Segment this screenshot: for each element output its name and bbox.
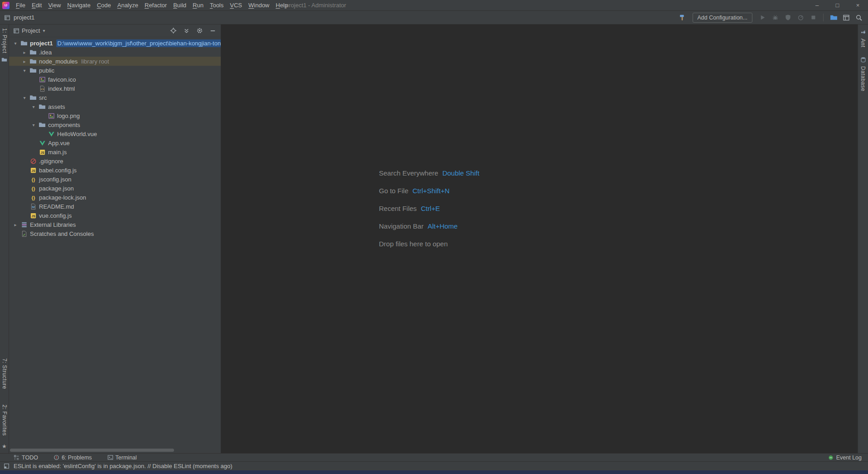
sidebar-tab-database[interactable]: Database: [860, 57, 866, 91]
tree-row-node-modules[interactable]: ▸node_moduleslibrary root: [9, 57, 221, 66]
vue-icon: [47, 131, 55, 137]
project-panel-header-icons: [170, 27, 216, 34]
tree-row-package-lock-json[interactable]: {}package-lock.json: [9, 193, 221, 202]
chevron-expanded-icon[interactable]: ▾: [20, 68, 29, 73]
menu-item-vcs[interactable]: VCS: [227, 0, 245, 10]
library-icon: [20, 221, 28, 228]
chevron-collapsed-icon[interactable]: ▸: [11, 222, 20, 227]
toolbar-project-name: project1: [14, 14, 34, 21]
menu-item-window[interactable]: Window: [245, 0, 272, 10]
sidebar-tab-1-project[interactable]: 1: Project: [1, 28, 8, 63]
favorites-star-icon[interactable]: ★: [2, 443, 7, 450]
project-view-selector[interactable]: Project: [22, 27, 40, 34]
locate-file-button[interactable]: [170, 27, 177, 34]
tree-row-vue-config-js[interactable]: JSvue.config.js: [9, 211, 221, 220]
title-bar: IJ FileEditViewNavigateCodeAnalyzeRefact…: [0, 0, 868, 11]
ignore-icon: [29, 158, 37, 165]
horizontal-scrollbar[interactable]: [10, 449, 174, 452]
tree-row-babel-config-js[interactable]: JSbabel.config.js: [9, 166, 221, 175]
menu-item-run[interactable]: Run: [189, 0, 207, 10]
collapse-all-button[interactable]: [183, 27, 190, 34]
menu-item-edit[interactable]: Edit: [29, 0, 45, 10]
toolwindow-tab-todo[interactable]: TODO: [14, 454, 38, 461]
main-toolbar: project1 Add Configuration...: [0, 11, 868, 24]
menu-item-build[interactable]: Build: [170, 0, 189, 10]
toolwindow-tab-6-problems[interactable]: 6: Problems: [53, 454, 92, 461]
profiler-button[interactable]: [796, 13, 805, 22]
tree-row-jsconfig-json[interactable]: {}jsconfig.json: [9, 175, 221, 184]
tree-row-index-html[interactable]: <>index.html: [9, 84, 221, 93]
tree-row-main-js[interactable]: JSmain.js: [9, 147, 221, 156]
folder-icon: [29, 94, 37, 101]
chevron-expanded-icon[interactable]: ▾: [29, 104, 38, 109]
shortcut-hint: Recent FilesCtrl+E: [379, 203, 480, 214]
stop-button[interactable]: [809, 13, 818, 22]
shortcut-action: Recent Files: [379, 205, 417, 212]
tree-item-label: HelloWorld.vue: [57, 131, 97, 137]
shortcut-hint: Go to FileCtrl+Shift+N: [379, 185, 480, 196]
tree-row-src[interactable]: ▾src: [9, 93, 221, 102]
hide-panel-button[interactable]: [209, 27, 216, 34]
shortcut-hint: Search EverywhereDouble Shift: [379, 167, 480, 178]
shortcut-keys: Alt+Home: [427, 222, 457, 230]
chevron-expanded-icon[interactable]: ▾: [29, 122, 38, 127]
editor-area[interactable]: Search EverywhereDouble ShiftGo to FileC…: [221, 24, 858, 453]
close-button[interactable]: ×: [848, 0, 868, 10]
tree-row-project1[interactable]: ▾project1D:\www\www_work\bjgm_jsf\other_…: [9, 39, 221, 48]
sidebar-tab-label: Ant: [860, 39, 866, 48]
image-icon: [38, 76, 46, 83]
sidebar-tab-label: 1: Project: [1, 28, 8, 54]
tree-row-scratches-and-consoles[interactable]: Scratches and Consoles: [9, 229, 221, 238]
js-icon: JS: [38, 149, 46, 156]
chevron-expanded-icon[interactable]: ▾: [11, 41, 20, 46]
chevron-collapsed-icon[interactable]: ▸: [20, 50, 29, 55]
tree-row-readme-md[interactable]: MREADME.md: [9, 202, 221, 211]
tree-row-public[interactable]: ▾public: [9, 66, 221, 75]
tree-row-gitignore[interactable]: .gitignore: [9, 156, 221, 166]
minimize-button[interactable]: –: [807, 0, 827, 10]
project-tree: ▾project1D:\www\www_work\bjgm_jsf\other_…: [9, 37, 221, 453]
tree-row-package-json[interactable]: {}package.json: [9, 184, 221, 193]
tree-row-favicon-ico[interactable]: favicon.ico: [9, 75, 221, 84]
sidebar-tab-7-structure[interactable]: 7: Structure: [1, 358, 8, 389]
menu-item-view[interactable]: View: [45, 0, 64, 10]
tree-row-helloworld-vue[interactable]: HelloWorld.vue: [9, 129, 221, 138]
event-log-tab[interactable]: Event Log: [828, 454, 862, 461]
menu-item-code[interactable]: Code: [94, 0, 114, 10]
tree-row-components[interactable]: ▾components: [9, 120, 221, 129]
tree-item-label: App.vue: [48, 140, 70, 147]
restore-layout-button[interactable]: [842, 13, 851, 22]
build-hammer-button[interactable]: [678, 13, 687, 22]
event-log-label: Event Log: [836, 454, 862, 461]
search-everywhere-button[interactable]: [854, 13, 863, 22]
tree-row-idea[interactable]: ▸.idea: [9, 48, 221, 57]
menu-item-tools[interactable]: Tools: [207, 0, 227, 10]
run-button[interactable]: [758, 13, 767, 22]
chevron-expanded-icon[interactable]: ▾: [20, 95, 29, 100]
tree-row-logo-png[interactable]: logo.png: [9, 111, 221, 120]
menu-item-refactor[interactable]: Refactor: [141, 0, 170, 10]
menu-item-analyze[interactable]: Analyze: [114, 0, 141, 10]
chevron-collapsed-icon[interactable]: ▸: [20, 59, 29, 64]
status-message[interactable]: ESLint is enabled: 'eslintConfig' is in …: [14, 463, 233, 469]
settings-gear-button[interactable]: [196, 27, 203, 34]
sidebar-tab-ant[interactable]: Ant: [860, 29, 866, 48]
menu-item-navigate[interactable]: Navigate: [64, 0, 93, 10]
sidebar-tab-2-favorites[interactable]: 2: Favorites: [1, 405, 8, 436]
add-configuration-button[interactable]: Add Configuration...: [693, 13, 753, 23]
maximize-button[interactable]: □: [827, 0, 848, 10]
project-folder-icon: [1, 57, 8, 63]
library-root-badge: library root: [81, 58, 109, 65]
shortcut-hint: Navigation BarAlt+Home: [379, 220, 480, 231]
tree-item-label: public: [39, 67, 54, 74]
tree-row-assets[interactable]: ▾assets: [9, 102, 221, 111]
coverage-button[interactable]: [783, 13, 792, 22]
toolwindow-tab-terminal[interactable]: Terminal: [107, 454, 137, 461]
tree-row-app-vue[interactable]: App.vue: [9, 138, 221, 147]
debug-button[interactable]: [771, 13, 780, 22]
menu-item-file[interactable]: File: [13, 0, 29, 10]
open-project-button[interactable]: [829, 13, 838, 22]
tree-row-external-libraries[interactable]: ▸External Libraries: [9, 220, 221, 229]
tool-window-toggle-icon[interactable]: [4, 463, 10, 469]
json-icon: {}: [29, 185, 37, 192]
